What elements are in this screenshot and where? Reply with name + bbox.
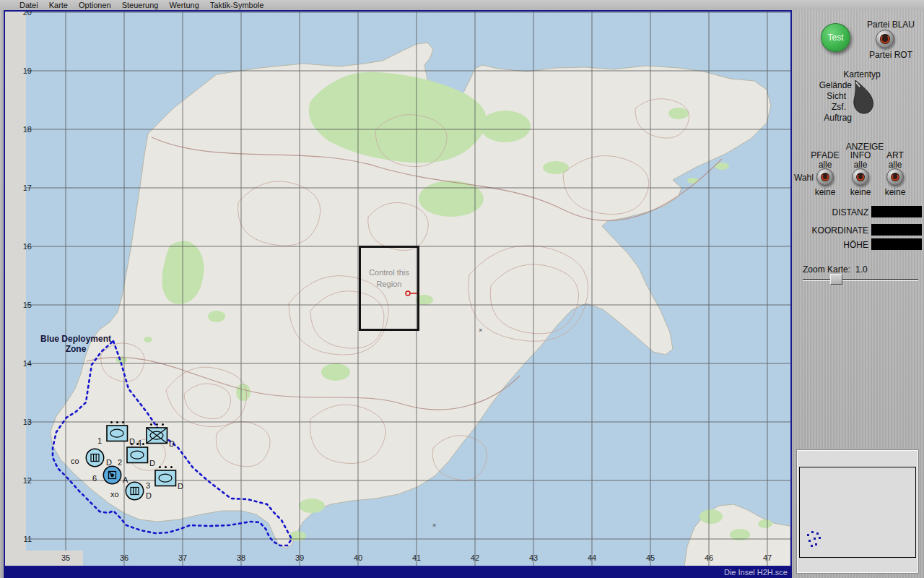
info-keine-label: keine (843, 187, 878, 197)
zoom-slider-track[interactable] (803, 279, 918, 281)
zoom-karte-label: Zoom Karte: (803, 264, 850, 275)
mech-infantry-unit-icon (146, 427, 168, 444)
zoom-slider-thumb[interactable] (830, 274, 842, 285)
support-unit-icon (125, 481, 144, 501)
pfade-knob[interactable] (816, 168, 834, 186)
kartentyp-lever-knob[interactable] (850, 77, 882, 118)
art-knob[interactable] (886, 168, 904, 186)
unit-6-mortar[interactable]: 6 A (103, 465, 122, 488)
map-left-margin (5, 12, 26, 557)
armor-unit-icon (106, 425, 128, 442)
minimap-unit-dot (819, 537, 821, 539)
minimap-unit-dot (815, 543, 817, 545)
menu-item-datei[interactable]: Datei (19, 1, 38, 9)
unit-size-dots (154, 466, 177, 468)
minimap-unit-dot (807, 534, 809, 536)
minimap-unit-dot (811, 531, 814, 533)
minimap-unit-dot (814, 538, 816, 540)
unit-size-dots (146, 423, 168, 426)
menu-item-wertung[interactable]: Wertung (169, 1, 199, 9)
unit-2-armor[interactable]: 2 D (126, 443, 149, 467)
app-window: { "window": { "status_text": "Die Insel … (0, 0, 924, 578)
unit-suffix-label: D (146, 491, 152, 500)
distanz-label: DISTANZ (793, 207, 868, 217)
armor-unit-icon (126, 447, 149, 464)
overview-minimap[interactable] (797, 450, 918, 573)
unit-size-dots (106, 421, 128, 423)
unit-size-dots (126, 443, 149, 445)
unit-xo-support[interactable]: xo D (125, 481, 144, 504)
unit-id-label: 6 (92, 474, 97, 483)
unit-suffix-label: D (169, 439, 175, 448)
minimap-unit-dot (811, 545, 813, 547)
partei-switch-knob[interactable] (876, 30, 894, 48)
menu-item-optionen[interactable]: Optionen (79, 1, 111, 9)
mortar-unit-icon (103, 465, 122, 485)
unit-id-label: xo (110, 490, 119, 499)
kartentyp-option-gelaende[interactable]: Gelände (797, 80, 852, 90)
hoehe-display (871, 238, 922, 250)
unit-id-label: 3 (146, 481, 150, 490)
koordinate-label: KOORDINATE (793, 225, 868, 236)
pfade-keine-label: keine (808, 187, 842, 197)
zoom-karte-value: 1.0 (855, 264, 868, 275)
scenario-name: Die Insel H2H.sce (724, 568, 788, 577)
menu-bar: Datei Karte Optionen Steuerung Wertung T… (0, 0, 924, 10)
unit-4-mech-infantry[interactable]: 4 D (146, 423, 168, 447)
scenario-status-bar: Die Insel H2H.sce (4, 566, 792, 578)
info-column-label: INFO (843, 150, 878, 160)
koordinate-display (871, 224, 922, 236)
armor-unit-icon (154, 470, 177, 487)
menu-item-taktik-symbole[interactable]: Taktik-Symbole (210, 1, 264, 9)
pfade-column-label: PFADE (808, 150, 842, 160)
unit-co-support[interactable]: co D (85, 448, 105, 470)
test-button[interactable]: Test (821, 23, 850, 52)
partei-rot-label: Partei ROT (859, 50, 923, 60)
kartentyp-option-zsf[interactable]: Zsf. (797, 102, 846, 112)
unit-3-armor[interactable]: 3 D (154, 466, 177, 490)
distanz-display (871, 206, 922, 217)
unit-suffix-label: D (178, 482, 183, 491)
unit-id-label: 1 (97, 436, 102, 445)
info-knob[interactable] (852, 168, 869, 186)
partei-blau-label: Partei BLAU (859, 20, 923, 30)
unit-1-armor[interactable]: 1 D (106, 421, 128, 445)
kartentyp-option-sicht[interactable]: Sicht (797, 91, 846, 101)
minimap-unit-dot (808, 540, 811, 542)
art-keine-label: keine (878, 187, 912, 197)
support-unit-icon (85, 448, 105, 467)
map-corner-margin (5, 551, 83, 567)
unit-id-label: co (71, 457, 79, 465)
art-column-label: ART (878, 150, 912, 160)
hoehe-label: HÖHE (793, 240, 868, 250)
menu-item-karte[interactable]: Karte (49, 1, 68, 9)
kartentyp-option-auftrag[interactable]: Auftrag (797, 113, 852, 123)
wahl-label: Wahl (794, 173, 816, 183)
menu-item-steuerung[interactable]: Steuerung (122, 1, 159, 9)
minimap-unit-dot (816, 532, 819, 535)
